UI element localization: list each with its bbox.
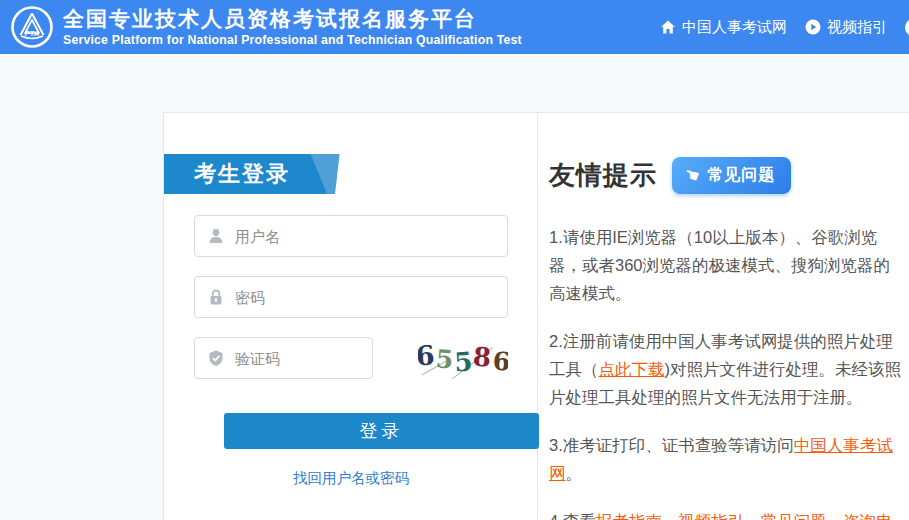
tip-item: 4.查看报考指南、视频指引、常见问题、咨询电话。 xyxy=(549,507,905,520)
shield-check-icon xyxy=(207,349,225,367)
captcha-row: 65586 xyxy=(194,337,508,379)
captcha-digit: 5 xyxy=(435,344,454,374)
lock-icon xyxy=(207,288,225,306)
nav-link-cpta-site[interactable]: 中国人事考试网 xyxy=(660,18,787,37)
site-subtitle: Service Platform for National Profession… xyxy=(63,33,522,47)
tip-link[interactable]: 点此下载 xyxy=(599,360,665,378)
username-input[interactable] xyxy=(235,228,507,245)
login-button[interactable]: 登录 xyxy=(224,413,539,449)
cpta-logo-icon: PTA xyxy=(10,5,54,49)
username-field-wrap xyxy=(194,215,508,257)
faq-button[interactable]: ☚ 常见问题 xyxy=(672,157,791,194)
clipped-circle-icon xyxy=(905,19,909,36)
captcha-image[interactable]: 65586 xyxy=(418,337,508,379)
captcha-digit: 6 xyxy=(492,346,508,376)
page-header: PTA 全国专业技术人员资格考试报名服务平台 Service Platform … xyxy=(0,0,909,54)
captcha-field-wrap xyxy=(194,337,373,379)
tips-header: 友情提示 ☚ 常见问题 xyxy=(549,157,905,194)
tip-link[interactable]: 报考指南 xyxy=(596,512,662,520)
login-section: 考生登录 65586 登录 xyxy=(164,113,538,520)
tip-link[interactable]: 视频指引 xyxy=(678,512,744,520)
nav-link-video-guide[interactable]: 视频指引 xyxy=(805,18,887,37)
tip-link[interactable]: 常见问题 xyxy=(761,512,827,520)
login-form: 65586 登录 找回用户名或密码 xyxy=(164,194,537,488)
tips-list: 1.请使用IE浏览器（10以上版本）、谷歌浏览器，或者360浏览器的极速模式、搜… xyxy=(549,223,905,520)
nav-link-label: 视频指引 xyxy=(827,18,887,37)
forgot-credentials-link[interactable]: 找回用户名或密码 xyxy=(293,470,409,486)
captcha-digit: 8 xyxy=(472,341,493,372)
login-banner: 考生登录 xyxy=(164,154,345,194)
tip-item: 3.准考证打印、证书查验等请访问中国人事考试网。 xyxy=(549,431,905,487)
password-input[interactable] xyxy=(235,289,507,306)
faq-button-label: 常见问题 xyxy=(707,165,775,186)
svg-text:PTA: PTA xyxy=(25,29,39,38)
tip-item: 2.注册前请使用中国人事考试网提供的照片处理工具（点此下载)对照片文件进行处理。… xyxy=(549,327,905,411)
user-icon xyxy=(207,227,225,245)
main-panel: 考生登录 65586 登录 xyxy=(163,112,909,520)
login-banner-label: 考生登录 xyxy=(164,154,345,194)
tip-link[interactable]: 中国人事考试网 xyxy=(549,436,893,482)
captcha-digit: 6 xyxy=(418,339,436,371)
forgot-row: 找回用户名或密码 xyxy=(194,469,508,488)
home-icon xyxy=(660,19,676,35)
play-icon xyxy=(805,19,821,35)
tips-title: 友情提示 xyxy=(549,158,657,193)
header-nav: 中国人事考试网 视频指引 xyxy=(660,0,909,54)
site-title-block: 全国专业技术人员资格考试报名服务平台 Service Platform for … xyxy=(63,7,522,47)
captcha-input[interactable] xyxy=(235,350,372,367)
password-field-wrap xyxy=(194,276,508,318)
nav-link-label: 中国人事考试网 xyxy=(682,18,787,37)
pointing-hand-icon: ☚ xyxy=(682,165,703,186)
captcha-digit: 5 xyxy=(454,346,474,377)
site-title: 全国专业技术人员资格考试报名服务平台 xyxy=(63,7,522,31)
tips-section: 友情提示 ☚ 常见问题 1.请使用IE浏览器（10以上版本）、谷歌浏览器，或者3… xyxy=(538,113,909,520)
tip-item: 1.请使用IE浏览器（10以上版本）、谷歌浏览器，或者360浏览器的极速模式、搜… xyxy=(549,223,905,307)
